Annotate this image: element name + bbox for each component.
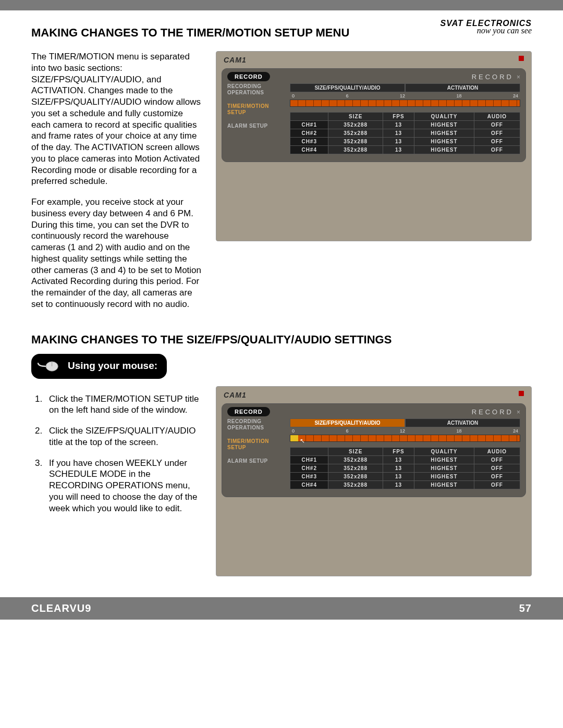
table-cell: 352x288: [328, 146, 383, 154]
panel-main: SIZE/FPS/QUALITY/AUDIO ACTIVATION 061218…: [290, 83, 520, 154]
table-cell: OFF: [474, 146, 520, 154]
table-cell: OFF: [474, 480, 520, 489]
tab-activation[interactable]: ACTIVATION: [405, 418, 520, 427]
cam-label: CAM1: [224, 391, 247, 399]
table-cell: 13: [383, 455, 414, 464]
table-row-ch: CH#1: [290, 455, 328, 464]
sidebar-item-recording-ops[interactable]: RECORDING OPERATIONS: [227, 418, 285, 431]
table-row-ch: CH#3: [290, 472, 328, 480]
close-icon[interactable]: ×: [517, 409, 520, 416]
page-content: SVAT ELECTRONICS now you can see MAKING …: [0, 10, 563, 597]
time-bar[interactable]: ↖: [290, 435, 520, 442]
footer: CLEARVU9 57: [0, 597, 563, 620]
screenshot2-wrap: CAM1 RECORD RECORD× RECORDING OPERATIONS…: [216, 386, 532, 576]
record-button[interactable]: RECORD: [227, 407, 270, 416]
table-cell: HIGHEST: [414, 146, 474, 154]
record-button[interactable]: RECORD: [227, 72, 270, 81]
ruler-tick: 12: [400, 428, 405, 434]
step-1: Click the TIMER/MOTION SETUP title on th…: [45, 393, 203, 416]
table-row-ch: CH#1: [290, 121, 328, 129]
table-row-ch: CH#3: [290, 138, 328, 146]
table-header: AUDIO: [474, 113, 520, 121]
table-cell: OFF: [474, 472, 520, 480]
tabs: SIZE/FPS/QUALITY/AUDIO ACTIVATION: [290, 83, 520, 92]
mouse-icon: [35, 357, 62, 376]
mouse-label: Using your mouse:: [68, 361, 157, 372]
table-cell: OFF: [474, 129, 520, 138]
table-header: [290, 447, 328, 455]
panel-title: RECORD: [472, 408, 513, 416]
table-cell: HIGHEST: [414, 129, 474, 138]
cam-label: CAM1: [224, 56, 247, 64]
ruler-tick: 6: [346, 93, 348, 98]
table-row-ch: CH#4: [290, 480, 328, 489]
ruler-tick: 12: [400, 93, 405, 98]
table-cell: 352x288: [328, 480, 383, 489]
step-3: If you have chosen WEEKLY under SCHEDULE…: [45, 458, 203, 514]
table-cell: HIGHEST: [414, 472, 474, 480]
ruler-tick: 18: [456, 93, 461, 98]
screenshot-topbar: CAM1: [216, 387, 531, 401]
table-cell: 352x288: [328, 121, 383, 129]
record-indicator-icon: [519, 391, 524, 396]
table-cell: 13: [383, 121, 414, 129]
ruler-tick: 18: [456, 428, 461, 434]
table-cell: 13: [383, 464, 414, 472]
table-header: FPS: [383, 447, 414, 455]
table-header: AUDIO: [474, 447, 520, 455]
table-row-ch: CH#2: [290, 464, 328, 472]
table-cell: HIGHEST: [414, 480, 474, 489]
time-bar-selection: [290, 435, 298, 441]
table-cell: OFF: [474, 464, 520, 472]
sidebar-item-alarm[interactable]: ALARM SETUP: [227, 458, 285, 464]
table-cell: 13: [383, 480, 414, 489]
time-bar[interactable]: [290, 100, 520, 107]
panel-body: RECORDING OPERATIONS TIMER/MOTION SETUP …: [227, 83, 520, 154]
tab-size[interactable]: SIZE/FPS/QUALITY/AUDIO: [290, 418, 405, 427]
footer-page: 57: [519, 602, 532, 614]
panel-body: RECORDING OPERATIONS TIMER/MOTION SETUP …: [227, 418, 520, 489]
tab-size[interactable]: SIZE/FPS/QUALITY/AUDIO: [290, 83, 405, 92]
panel-sidebar: RECORDING OPERATIONS TIMER/MOTION SETUP …: [227, 83, 285, 154]
ruler-tick: 24: [513, 428, 518, 434]
section2-title: MAKING CHANGES TO THE SIZE/FPS/QUALITY/A…: [31, 333, 532, 347]
section1-body: The TIMER/MOTION menu is separated into …: [31, 51, 532, 319]
table-header: FPS: [383, 113, 414, 121]
table-header: QUALITY: [414, 113, 474, 121]
tab-activation[interactable]: ACTIVATION: [405, 83, 520, 92]
section1-text: The TIMER/MOTION menu is separated into …: [31, 51, 203, 319]
sidebar-item-timer-motion[interactable]: TIMER/MOTION SETUP: [227, 103, 285, 116]
close-icon[interactable]: ×: [517, 73, 520, 81]
table-cell: 13: [383, 129, 414, 138]
table-cell: 352x288: [328, 472, 383, 480]
table-header: [290, 113, 328, 121]
channel-table: SIZEFPSQUALITYAUDIO CH#1352x28813HIGHEST…: [290, 447, 520, 489]
para2: For example, you receive stock at your b…: [31, 196, 203, 310]
table-header: SIZE: [328, 447, 383, 455]
screenshot1-wrap: CAM1 RECORD RECORD× RECORDING OPERATIONS…: [216, 51, 532, 319]
tabs: SIZE/FPS/QUALITY/AUDIO ACTIVATION: [290, 418, 520, 427]
table-cell: 352x288: [328, 138, 383, 146]
table-row-ch: CH#4: [290, 146, 328, 154]
section2-body: Click the TIMER/MOTION SETUP title on th…: [31, 386, 532, 576]
panel-main: SIZE/FPS/QUALITY/AUDIO ACTIVATION 061218…: [290, 418, 520, 489]
table-cell: HIGHEST: [414, 121, 474, 129]
sidebar-item-alarm[interactable]: ALARM SETUP: [227, 123, 285, 129]
panel-title: RECORD: [472, 73, 513, 81]
table-cell: 352x288: [328, 129, 383, 138]
table-cell: OFF: [474, 138, 520, 146]
ruler-tick: 0: [292, 428, 295, 434]
table-cell: OFF: [474, 121, 520, 129]
time-ruler: 06121824: [290, 92, 520, 100]
para1: The TIMER/MOTION menu is separated into …: [31, 51, 203, 187]
panel-header: RECORD RECORD×: [227, 407, 520, 416]
panel-title-wrap: RECORD×: [472, 72, 520, 81]
table-header: QUALITY: [414, 447, 474, 455]
mouse-callout: Using your mouse:: [31, 354, 167, 379]
sidebar-item-recording-ops[interactable]: RECORDING OPERATIONS: [227, 83, 285, 96]
table-cell: HIGHEST: [414, 138, 474, 146]
ruler-tick: 6: [346, 428, 348, 434]
record-panel: RECORD RECORD× RECORDING OPERATIONS TIME…: [222, 68, 526, 162]
cursor-icon: ↖: [300, 437, 305, 445]
sidebar-item-timer-motion[interactable]: TIMER/MOTION SETUP: [227, 438, 285, 451]
